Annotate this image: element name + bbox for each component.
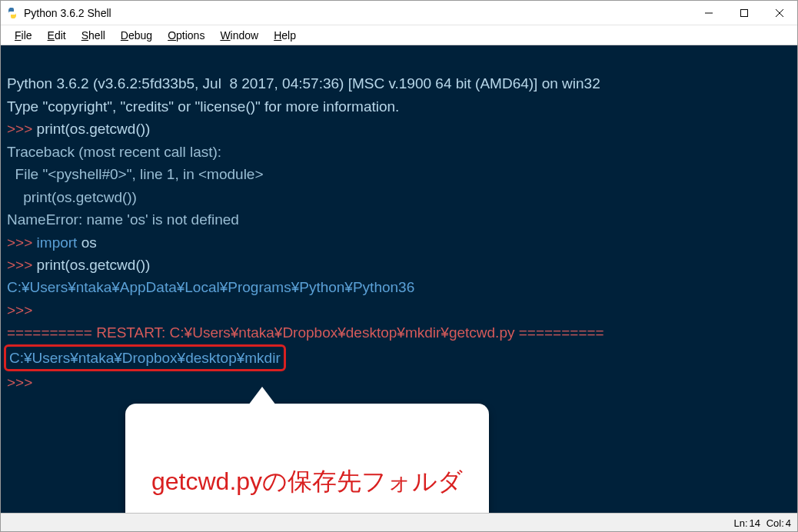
maximize-button[interactable] [727,1,762,25]
console-area[interactable]: Python 3.6.2 (v3.6.2:5fd33b5, Jul 8 2017… [1,45,797,513]
console-cmd: print(os.getcwd()) [37,121,151,137]
menu-shell[interactable]: Shell [74,28,113,43]
highlighted-output: C:¥Users¥ntaka¥Dropbox¥desktop¥mkdir [4,344,286,371]
close-button[interactable] [762,1,797,25]
svg-rect-1 [741,10,748,17]
console-banner: Python 3.6.2 (v3.6.2:5fd33b5, Jul 8 2017… [7,75,600,91]
menu-file[interactable]: File [7,28,40,43]
console-text: os [77,234,96,251]
window-title: Python 3.6.2 Shell [24,7,691,19]
prompt: >>> [7,234,37,251]
keyword-import: import [37,234,78,251]
window-controls [691,1,797,25]
minimize-button[interactable] [691,1,727,25]
menubar: File Edit Shell Debug Options Window Hel… [1,25,797,45]
status-ln-label: Ln: [733,517,747,529]
menu-window[interactable]: Window [212,28,266,43]
console-cmd: print(os.getcwd()) [37,257,151,273]
traceback-line: File "<pyshell#0>", line 1, in <module> [7,166,264,182]
prompt: >>> [7,257,37,273]
statusbar: Ln: 14 Col: 4 [1,513,797,532]
console-output: C:¥Users¥ntaka¥AppData¥Local¥Programs¥Py… [7,279,414,295]
prompt: >>> [7,121,37,137]
menu-debug[interactable]: Debug [113,28,160,43]
prompt: >>> [7,302,37,318]
traceback-line: Traceback (most recent call last): [7,144,221,160]
status-col-value: 4 [786,517,791,529]
menu-edit[interactable]: Edit [40,28,74,43]
restart-line: ========== RESTART: C:¥Users¥ntaka¥Dropb… [7,324,604,341]
traceback-line: NameError: name 'os' is not defined [7,211,239,228]
traceback-line: print(os.getcwd()) [7,189,137,205]
status-ln-value: 14 [750,517,760,529]
prompt: >>> [7,374,37,391]
console-banner2: Type "copyright", "credits" or "license(… [7,98,399,115]
menu-options[interactable]: Options [160,28,212,43]
callout-text: getcwd.pyの保存先フォルダ [151,463,463,501]
menu-help[interactable]: Help [266,28,304,43]
titlebar: Python 3.6.2 Shell [1,1,797,25]
status-col-label: Col: [766,517,784,529]
annotation-callout: getcwd.pyの保存先フォルダ [125,404,489,513]
app-icon [5,6,19,20]
